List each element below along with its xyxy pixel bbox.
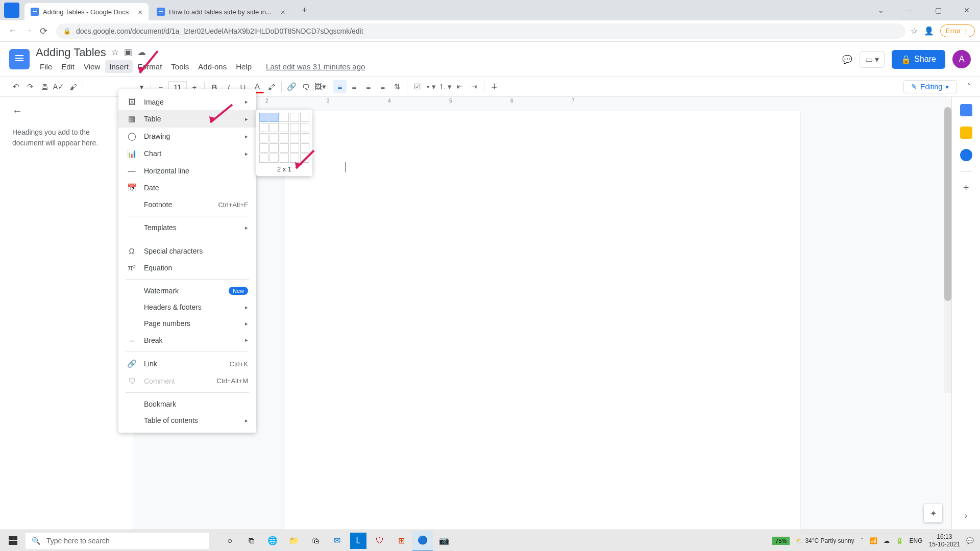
table-grid-cell[interactable] — [280, 113, 289, 122]
table-grid-cell[interactable] — [300, 123, 309, 132]
menu-file[interactable]: File — [36, 60, 56, 73]
paint-format-button[interactable]: 🖌 — [66, 80, 80, 93]
table-grid-cell[interactable] — [280, 133, 289, 142]
reload-button[interactable]: ⟳ — [36, 23, 51, 39]
menu-item-templates[interactable]: Templates ▸ — [118, 219, 256, 236]
minimize-button[interactable]: — — [900, 6, 919, 14]
table-grid-cell[interactable] — [270, 143, 279, 153]
menu-item-drawing[interactable]: ◯ Drawing ▸ — [118, 128, 256, 145]
start-button[interactable] — [2, 530, 23, 552]
close-tab-icon[interactable]: × — [138, 8, 142, 16]
print-button[interactable]: 🖶 — [38, 80, 51, 93]
table-grid-cell[interactable] — [290, 133, 299, 142]
table-grid-cell[interactable] — [300, 154, 309, 163]
add-addon-button[interactable]: + — [963, 182, 969, 194]
bullet-list-button[interactable]: • ▾ — [425, 80, 438, 93]
mail-icon[interactable]: ✉ — [327, 531, 347, 551]
table-grid-cell[interactable] — [259, 113, 268, 122]
keep-icon[interactable] — [960, 127, 972, 139]
battery-icon[interactable]: 🔋 — [896, 537, 903, 544]
menu-insert[interactable]: Insert — [105, 60, 133, 73]
maximize-button[interactable]: ▢ — [929, 6, 947, 14]
comment-history-icon[interactable]: 💬 — [842, 55, 852, 64]
menu-item-chart[interactable]: 📊 Chart ▸ — [118, 145, 256, 162]
checklist-button[interactable]: ☑ — [410, 80, 424, 93]
share-button[interactable]: 🔒 Share — [892, 50, 945, 69]
table-grid-cell[interactable] — [270, 123, 279, 132]
insert-link-button[interactable]: 🔗 — [285, 80, 298, 93]
forward-button[interactable]: → — [20, 23, 36, 39]
move-icon[interactable]: ▣ — [124, 47, 132, 58]
account-avatar[interactable]: A — [952, 50, 971, 68]
tray-chevron-icon[interactable]: ˄ — [861, 537, 864, 544]
menu-item-equation[interactable]: π² Equation — [118, 259, 256, 276]
tasks-icon[interactable] — [960, 149, 972, 161]
cortana-icon[interactable]: ○ — [219, 531, 240, 551]
clock[interactable]: 16:13 15-10-2021 — [929, 533, 960, 548]
align-center-button[interactable]: ≡ — [348, 80, 361, 93]
scrollbar-thumb[interactable] — [944, 107, 951, 301]
increase-indent-button[interactable]: ⇥ — [468, 80, 481, 93]
present-button[interactable]: ▭ ▾ — [860, 51, 885, 68]
hide-side-panel-button[interactable]: › — [965, 511, 967, 520]
menu-item-image[interactable]: 🖼 Image ▸ — [118, 93, 256, 110]
close-outline-button[interactable]: ← — [12, 105, 120, 117]
taskbar-search[interactable]: 🔍 Type here to search — [26, 533, 209, 549]
collapse-toolbar-button[interactable]: ˄ — [967, 82, 971, 92]
menu-item-headers-footers[interactable]: Headers & footers ▸ — [118, 299, 256, 315]
table-grid-cell[interactable] — [259, 133, 268, 142]
menu-item-page-numbers[interactable]: Page numbers ▸ — [118, 315, 256, 332]
menu-item-horizontal-line[interactable]: — Horizontal line — [118, 162, 256, 179]
page[interactable] — [284, 111, 800, 531]
table-grid-cell[interactable] — [259, 143, 268, 153]
browser-tab-inactive[interactable]: How to add tables side by side in... × — [151, 3, 291, 20]
vertical-scrollbar[interactable] — [944, 107, 951, 393]
bluetooth-icon[interactable]: 📶 — [870, 537, 877, 544]
cloud-status-icon[interactable]: ☁ — [137, 47, 146, 58]
mcafee-icon[interactable]: 🛡 — [370, 531, 390, 551]
undo-button[interactable]: ↶ — [9, 80, 22, 93]
table-grid-cell[interactable] — [270, 133, 279, 142]
battery-indicator[interactable]: 75% — [772, 537, 790, 545]
menu-item-break[interactable]: ⎓ Break ▸ — [118, 332, 256, 348]
menu-format[interactable]: Format — [134, 60, 166, 73]
app-icon-l[interactable]: L — [350, 533, 366, 549]
menu-item-special-characters[interactable]: Ω Special characters — [118, 242, 256, 259]
table-grid-cell[interactable] — [290, 154, 299, 163]
menu-view[interactable]: View — [80, 60, 104, 73]
document-title[interactable]: Adding Tables — [36, 46, 106, 59]
tab-dropdown-icon[interactable]: ⌄ — [872, 6, 890, 14]
spellcheck-button[interactable]: A✓ — [52, 80, 65, 93]
redo-button[interactable]: ↷ — [23, 80, 37, 93]
menu-item-watermark[interactable]: Watermark New — [118, 283, 256, 299]
browser-tab-active[interactable]: Adding Tables - Google Docs × — [24, 3, 149, 20]
menu-item-date[interactable]: 📅 Date — [118, 179, 256, 196]
menu-item-toc[interactable]: Table of contents ▸ — [118, 412, 256, 429]
menu-item-link[interactable]: 🔗 Link Ctrl+K — [118, 355, 256, 372]
table-grid-cell[interactable] — [290, 123, 299, 132]
profile-icon[interactable]: 👤 — [924, 26, 934, 36]
edge-icon[interactable]: 🌐 — [262, 531, 283, 551]
table-grid-cell[interactable] — [280, 123, 289, 132]
table-grid-cell[interactable] — [270, 154, 279, 163]
table-grid-cell[interactable] — [300, 133, 309, 142]
table-grid-cell[interactable] — [290, 143, 299, 153]
new-tab-button[interactable]: + — [298, 3, 312, 17]
star-icon[interactable]: ☆ — [111, 47, 119, 58]
last-edit-link[interactable]: Last edit was 31 minutes ago — [262, 60, 369, 73]
google-docs-logo-icon[interactable] — [9, 49, 30, 69]
insert-image-button[interactable]: 🖼▾ — [313, 80, 327, 93]
weather-widget[interactable]: ⛅ 34°C Partly sunny — [796, 537, 854, 544]
clear-formatting-button[interactable]: T̶ — [487, 80, 501, 93]
decrease-indent-button[interactable]: ⇤ — [453, 80, 467, 93]
close-tab-icon[interactable]: × — [281, 8, 285, 16]
url-input[interactable]: 🔒 docs.google.com/document/d/1a_lzter02U… — [56, 23, 905, 39]
menu-addons[interactable]: Add-ons — [194, 60, 231, 73]
align-left-button[interactable]: ≡ — [333, 80, 347, 93]
extension-error-button[interactable]: Error ⋮ — [940, 24, 975, 37]
menu-item-footnote[interactable]: Footnote Ctrl+Alt+F — [118, 196, 256, 213]
table-size-grid[interactable] — [259, 113, 309, 163]
calendar-icon[interactable] — [960, 104, 972, 116]
align-right-button[interactable]: ≡ — [362, 80, 375, 93]
table-grid-cell[interactable] — [259, 154, 268, 163]
